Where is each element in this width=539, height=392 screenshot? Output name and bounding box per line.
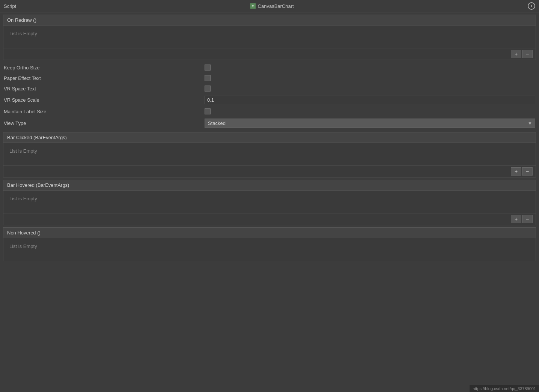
on-redraw-add-button[interactable]: + [511,50,521,58]
maintain-label-size-value [205,108,535,114]
view-type-label: View Type [4,120,205,126]
component-name: CanvasBarChart [258,3,294,9]
bar-clicked-title: Bar Clicked (BarEventArgs) [3,132,536,143]
component-name-area: # CanvasBarChart [250,3,294,9]
non-hovered-block: Non Hovered () List is Empty [3,227,536,261]
vr-space-text-row: VR Space Text [0,83,539,94]
on-redraw-footer: + − [3,48,536,60]
maintain-label-size-label: Maintain Label Size [4,109,205,114]
view-type-dropdown-wrapper: Stacked Grouped Normalized ▼ [205,119,535,128]
paper-effect-text-label: Paper Effect Text [4,75,205,81]
bar-hovered-remove-button[interactable]: − [522,215,533,223]
paper-effect-text-row: Paper Effect Text [0,73,539,83]
vr-space-scale-row: VR Space Scale [0,94,539,106]
on-redraw-remove-button[interactable]: − [522,50,533,58]
paper-effect-text-value [205,75,535,81]
view-type-value: Stacked Grouped Normalized ▼ [205,119,535,128]
vr-space-scale-label: VR Space Scale [4,97,205,103]
maintain-label-size-row: Maintain Label Size [0,106,539,117]
on-redraw-body: List is Empty [3,26,536,48]
main-content: On Redraw () List is Empty + − Keep Orth… [0,15,539,261]
url-bar: https://blog.csdn.net/qq_33789001 [470,385,539,392]
keep-ortho-size-label: Keep Ortho Size [4,65,205,71]
vr-space-text-value [205,86,535,92]
view-type-row: View Type Stacked Grouped Normalized ▼ [0,117,539,130]
bar-hovered-block: Bar Hovered (BarEventArgs) List is Empty… [3,180,536,225]
bar-hovered-footer: + − [3,213,536,225]
vr-space-text-label: VR Space Text [4,86,205,92]
script-label: Script [4,3,16,9]
non-hovered-empty: List is Empty [9,243,37,249]
paper-effect-text-checkbox[interactable] [205,75,211,81]
on-redraw-empty: List is Empty [9,31,37,36]
vr-space-scale-input[interactable] [205,96,535,104]
bar-clicked-add-button[interactable]: + [511,167,521,176]
keep-ortho-size-row: Keep Ortho Size [0,62,539,73]
non-hovered-body: List is Empty [3,238,536,261]
keep-ortho-size-value [205,65,535,71]
bar-clicked-footer: + − [3,165,536,177]
bar-clicked-remove-button[interactable]: − [522,167,533,176]
maintain-label-size-checkbox[interactable] [205,108,211,114]
bar-hovered-empty: List is Empty [9,196,37,201]
info-icon[interactable] [528,2,535,10]
component-icon: # [250,3,256,9]
vr-space-scale-value [205,96,535,104]
bar-hovered-title: Bar Hovered (BarEventArgs) [3,180,536,191]
bar-clicked-block: Bar Clicked (BarEventArgs) List is Empty… [3,132,536,177]
bar-hovered-body: List is Empty [3,191,536,213]
on-redraw-block: On Redraw () List is Empty + − [3,15,536,60]
vr-space-text-checkbox[interactable] [205,86,211,92]
keep-ortho-size-checkbox[interactable] [205,65,211,71]
bar-clicked-empty: List is Empty [9,148,37,154]
on-redraw-title: On Redraw () [3,15,536,26]
header-bar: Script # CanvasBarChart [0,0,539,12]
bar-clicked-body: List is Empty [3,143,536,165]
bar-hovered-add-button[interactable]: + [511,215,521,223]
non-hovered-title: Non Hovered () [3,228,536,238]
view-type-select[interactable]: Stacked Grouped Normalized [205,119,535,128]
